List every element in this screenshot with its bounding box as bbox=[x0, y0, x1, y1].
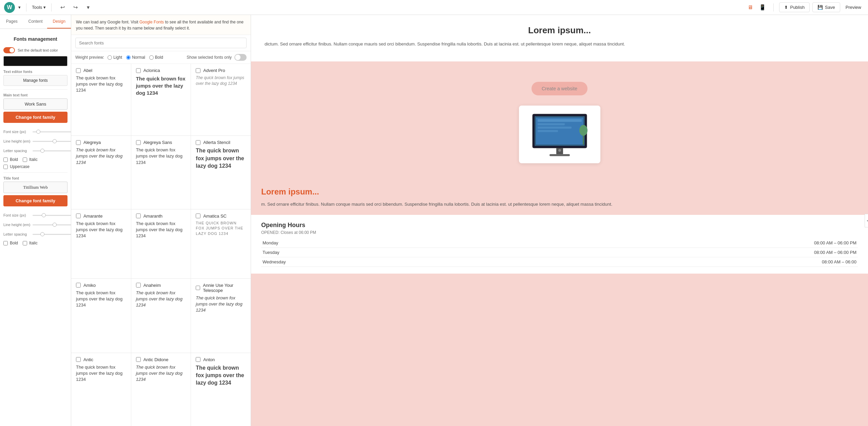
mobile-device-button[interactable]: 📱 bbox=[757, 2, 768, 13]
weight-normal[interactable]: Normal bbox=[126, 55, 145, 60]
title-italic-label[interactable]: Italic bbox=[29, 241, 38, 245]
font-card-advent-pro[interactable]: Advent Pro The quick brown fox jumps ove… bbox=[191, 64, 251, 135]
font-card-alegreya-sans[interactable]: Alegreya Sans The quick brown fox jumps … bbox=[131, 136, 191, 209]
logo[interactable]: W bbox=[4, 2, 15, 13]
day-wednesday: Wednesday bbox=[261, 257, 479, 267]
tab-design[interactable]: Design bbox=[47, 15, 71, 29]
weight-light-radio[interactable] bbox=[108, 55, 112, 60]
default-color-swatch[interactable] bbox=[3, 56, 67, 66]
google-fonts-link[interactable]: Google Fonts bbox=[139, 20, 165, 24]
font-checkbox-alegreya[interactable] bbox=[76, 140, 81, 145]
preview-hours-section: Opening Hours OPENED: Closes at 06:00 PM… bbox=[251, 215, 868, 274]
weight-normal-radio[interactable] bbox=[126, 55, 131, 60]
title-line-height-label: Line height (em) bbox=[3, 223, 31, 227]
font-card-antic-didone[interactable]: Antic Didone The quick brown fox jumps o… bbox=[131, 353, 191, 426]
font-card-annie[interactable]: Annie Use Your Telescope The quick brown… bbox=[191, 279, 251, 353]
font-card-alegreya[interactable]: Alegreya The quick brown fox jumps over … bbox=[71, 136, 131, 209]
font-checkbox-abel[interactable] bbox=[76, 68, 81, 73]
weight-radio-group: Light Normal Bold bbox=[108, 55, 163, 60]
left-sidebar: Pages Content Design Fonts management Se… bbox=[0, 15, 71, 426]
tab-bar: Pages Content Design bbox=[0, 15, 71, 29]
title-font-size-slider[interactable] bbox=[33, 215, 71, 216]
tab-pages[interactable]: Pages bbox=[0, 15, 24, 29]
font-card-anton[interactable]: Anton The quick brown fox jumps over the… bbox=[191, 353, 251, 426]
font-checkbox-antic-didone[interactable] bbox=[136, 357, 141, 362]
main-bold-label[interactable]: Bold bbox=[10, 157, 18, 162]
font-name-aclonica: Aclonica bbox=[143, 68, 160, 73]
main-letter-spacing-slider[interactable] bbox=[33, 150, 71, 151]
font-checkbox-amiko[interactable] bbox=[76, 283, 81, 288]
font-name-antic-didone: Antic Didone bbox=[143, 357, 169, 362]
tab-content[interactable]: Content bbox=[24, 15, 47, 29]
change-main-font-button[interactable]: Change font family bbox=[3, 112, 67, 123]
main-uppercase-checkbox[interactable] bbox=[3, 165, 8, 169]
main-line-height-slider[interactable] bbox=[33, 141, 71, 142]
topbar-history-icons: ↩ ↪ ▾ bbox=[57, 2, 94, 13]
font-name-antic: Antic bbox=[83, 357, 93, 362]
main-italic-checkbox[interactable] bbox=[23, 158, 27, 162]
main-line-height-label: Line height (em) bbox=[3, 139, 31, 143]
title-italic-checkbox[interactable] bbox=[23, 241, 27, 245]
save-button[interactable]: 💾 Save bbox=[812, 2, 840, 12]
font-name-advent-pro: Advent Pro bbox=[203, 68, 225, 73]
title-font-size-row: Font size (px) bbox=[3, 211, 67, 219]
weight-bold[interactable]: Bold bbox=[149, 55, 163, 60]
title-font-display: Titillium Web bbox=[3, 182, 67, 193]
more-button[interactable]: ▾ bbox=[83, 2, 94, 13]
show-selected-toggle[interactable] bbox=[234, 54, 247, 61]
font-checkbox-advent-pro[interactable] bbox=[196, 68, 200, 73]
tools-dropdown[interactable]: Tools ▾ bbox=[32, 5, 46, 10]
font-card-allerta-stencil[interactable]: Allerta Stencil The quick brown fox jump… bbox=[191, 136, 251, 209]
font-name-amiko: Amiko bbox=[83, 283, 96, 288]
main-font-size-slider[interactable] bbox=[33, 131, 71, 132]
font-name-amarante: Amarante bbox=[83, 214, 102, 219]
main-italic-label[interactable]: Italic bbox=[29, 157, 38, 162]
font-checkbox-alegreya-sans[interactable] bbox=[136, 140, 141, 145]
font-card-antic[interactable]: Antic The quick brown fox jumps over the… bbox=[71, 353, 131, 426]
font-checkbox-amatica-sc[interactable] bbox=[196, 214, 200, 218]
font-checkbox-amaranth[interactable] bbox=[136, 214, 141, 218]
default-color-toggle[interactable] bbox=[3, 47, 15, 53]
main-bold-checkbox[interactable] bbox=[3, 158, 8, 162]
svg-rect-5 bbox=[538, 127, 572, 129]
font-card-anaheim[interactable]: Anaheim The quick brown fox jumps over t… bbox=[131, 279, 191, 353]
font-preview-anton: The quick brown fox jumps over the lazy … bbox=[196, 364, 246, 387]
title-letter-spacing-slider[interactable] bbox=[33, 234, 71, 235]
main-font-display: Work Sans bbox=[3, 98, 67, 110]
main-uppercase-label[interactable]: Uppercase bbox=[10, 164, 30, 169]
manage-fonts-button[interactable]: Manage fonts bbox=[3, 75, 67, 86]
svg-rect-8 bbox=[549, 154, 570, 156]
font-card-amaranth[interactable]: Amaranth The quick brown fox jumps over … bbox=[131, 209, 191, 278]
font-checkbox-antic[interactable] bbox=[76, 357, 81, 362]
font-card-amarante[interactable]: Amarante The quick brown fox jumps over … bbox=[71, 209, 131, 278]
change-title-font-button[interactable]: Change font family bbox=[3, 195, 67, 206]
desktop-device-button[interactable]: 🖥 bbox=[745, 2, 756, 13]
font-card-amiko[interactable]: Amiko The quick brown fox jumps over the… bbox=[71, 279, 131, 353]
font-checkbox-anton[interactable] bbox=[196, 357, 200, 362]
weight-light[interactable]: Light bbox=[108, 55, 122, 60]
platform-dropdown[interactable]: ▾ bbox=[18, 5, 21, 10]
undo-button[interactable]: ↩ bbox=[57, 2, 68, 13]
font-card-abel[interactable]: Abel The quick brown fox jumps over the … bbox=[71, 64, 131, 135]
main-font-size-row: Font size (px) bbox=[3, 128, 67, 136]
font-card-amatica-sc[interactable]: Amatica SC The quick brown fox jumps ove… bbox=[191, 209, 251, 278]
font-checkbox-allerta-stencil[interactable] bbox=[196, 140, 200, 145]
day-monday: Monday bbox=[261, 238, 479, 248]
title-bold-label[interactable]: Bold bbox=[10, 241, 18, 245]
divider1 bbox=[3, 89, 67, 90]
weight-bold-radio[interactable] bbox=[149, 55, 154, 60]
font-checkbox-annie[interactable] bbox=[196, 285, 200, 290]
title-line-height-slider[interactable] bbox=[33, 224, 71, 225]
publish-icon: ⬆ bbox=[784, 5, 788, 10]
collapse-panel-handle[interactable]: ◀ bbox=[865, 214, 868, 227]
publish-button[interactable]: ⬆ Publish bbox=[779, 2, 810, 12]
preview-button[interactable]: Preview bbox=[843, 3, 864, 12]
title-bold-checkbox[interactable] bbox=[3, 241, 8, 245]
font-search-input[interactable] bbox=[75, 38, 247, 48]
font-checkbox-amarante[interactable] bbox=[76, 214, 81, 218]
redo-button[interactable]: ↪ bbox=[70, 2, 81, 13]
font-card-aclonica[interactable]: Aclonica The quick brown fox jumps over … bbox=[131, 64, 191, 135]
create-website-button[interactable]: Create a website bbox=[532, 82, 587, 95]
font-checkbox-aclonica[interactable] bbox=[136, 68, 141, 73]
font-checkbox-anaheim[interactable] bbox=[136, 283, 141, 288]
